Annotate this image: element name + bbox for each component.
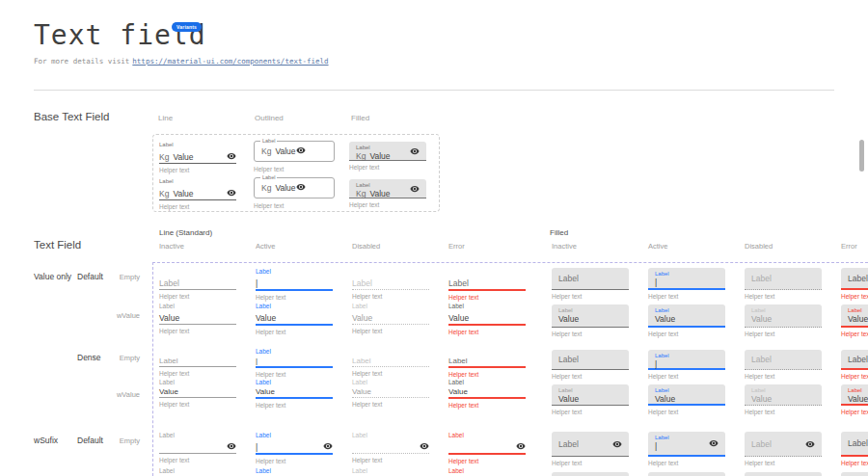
floating-label: Label	[256, 431, 333, 440]
text-field-filled-inactive-value[interactable]: LabelKgValueHelper text	[349, 179, 426, 208]
filled-input-box: Label	[841, 432, 868, 457]
text-field-outlined-base[interactable]: LabelKgValueHelper text	[254, 141, 335, 172]
text-field-line-inactive-value[interactable]: LabelKgValueHelper text	[159, 141, 236, 173]
text-field-line-disabled-empty[interactable]: LabelHelper text	[352, 267, 429, 300]
floating-label: Label	[159, 466, 236, 476]
floating-label: Label	[159, 141, 236, 150]
docs-link[interactable]: https://material-ui.com/components/text-…	[132, 57, 328, 66]
state-header-filled-active: Active	[648, 242, 667, 251]
eye-icon[interactable]	[227, 151, 236, 161]
eye-icon[interactable]	[227, 441, 236, 451]
filled-input-box: Label|	[648, 350, 725, 370]
helper-text: Helper text	[745, 293, 822, 300]
helper-text: Helper text	[352, 293, 429, 300]
text-field-filled-active-empty[interactable]: Label|Helper text	[648, 350, 725, 380]
text-field-filled-inactive-empty[interactable]: LabelHelper text	[552, 350, 629, 380]
text-field-line-disabled-empty[interactable]: LabelHelper text	[352, 431, 429, 463]
eye-icon[interactable]	[805, 439, 815, 449]
text-field-line-inactive-value[interactable]: LabelValueHelper text	[159, 379, 236, 408]
filled-input-box: Label	[552, 350, 629, 370]
text-field-filled-disabled-value[interactable]: LabelValueHelper text	[745, 472, 822, 476]
field-value: Value	[173, 189, 193, 198]
filled-input-box: Label|	[648, 268, 725, 290]
helper-text: Helper text	[254, 202, 335, 209]
text-field-filled-error-empty[interactable]: LabelHelper text	[841, 432, 868, 466]
text-field-line-active-empty[interactable]: Label|Helper text	[256, 267, 333, 301]
text-field-filled-error-value[interactable]: LabelValueHelper text	[841, 304, 868, 337]
text-field-filled-disabled-empty[interactable]: LabelHelper text	[745, 350, 822, 380]
text-field-line-active-empty[interactable]: Label|Helper text	[256, 348, 333, 378]
text-field-filled-inactive-value[interactable]: LabelValueHelper text	[552, 304, 629, 337]
floating-label: Label	[352, 379, 429, 386]
text-field-filled-inactive-value[interactable]: LabelValueHelper text	[552, 472, 629, 476]
text-field-filled-inactive-empty[interactable]: LabelHelper text	[552, 432, 629, 466]
text-field-outlined-base[interactable]: LabelKgValueHelper text	[254, 177, 335, 209]
text-field-line-error-value[interactable]: LabelValueHelper text	[448, 466, 526, 476]
text-field-filled-active-empty[interactable]: Label|Helper text	[648, 268, 725, 300]
text-field-line-inactive-empty[interactable]: LabelHelper text	[159, 431, 236, 463]
eye-icon[interactable]	[323, 441, 333, 451]
text-field-filled-inactive-value[interactable]: LabelKgValueHelper text	[349, 142, 426, 171]
text-field-filled-error-value[interactable]: LabelValueHelper text	[841, 384, 868, 415]
eye-icon[interactable]	[516, 441, 526, 451]
text-field-line-disabled-empty[interactable]: LabelHelper text	[352, 348, 429, 377]
text-field-filled-active-value[interactable]: LabelValueHelper text	[648, 304, 725, 337]
floating-label: Label	[448, 379, 526, 386]
text-field-filled-active-value[interactable]: LabelValueHelper text	[648, 384, 725, 415]
floating-label: Label	[655, 271, 719, 278]
text-field-line-inactive-empty[interactable]: LabelHelper text	[159, 348, 236, 377]
text-field-line-active-empty[interactable]: Label|Helper text	[256, 431, 333, 464]
text-field-line-inactive-value[interactable]: LabelValueHelper text	[159, 302, 236, 334]
text-field-line-disabled-value[interactable]: LabelValueHelper text	[352, 466, 429, 476]
text-field-line-disabled-value[interactable]: LabelValueHelper text	[352, 379, 429, 408]
vertical-scrollbar-thumb[interactable]	[859, 140, 864, 172]
filled-input-box: Label	[841, 350, 868, 370]
eye-icon[interactable]	[227, 188, 236, 198]
text-field-line-disabled-value[interactable]: LabelValueHelper text	[352, 302, 429, 334]
eye-icon[interactable]	[410, 184, 420, 194]
text-field-line-error-empty[interactable]: LabelHelper text	[448, 348, 526, 378]
filled-input-box: LabelKgValue	[349, 142, 426, 161]
eye-icon[interactable]	[410, 146, 420, 156]
text-field-filled-inactive-value[interactable]: LabelValueHelper text	[552, 384, 629, 415]
text-field-line-error-value[interactable]: LabelValueHelper text	[448, 379, 526, 409]
floating-label: Label	[558, 387, 622, 394]
text-field-line-active-value[interactable]: LabelValueHelper text	[256, 302, 333, 335]
eye-icon	[227, 188, 236, 198]
text-field-filled-inactive-empty[interactable]: LabelHelper text	[552, 268, 629, 300]
text-field-filled-disabled-empty[interactable]: LabelHelper text	[745, 432, 822, 466]
helper-text: Helper text	[552, 460, 629, 466]
eye-icon[interactable]	[709, 438, 719, 448]
field-value: Value	[159, 313, 179, 323]
text-field-filled-active-value[interactable]: LabelValueHelper text	[648, 472, 725, 476]
text-field-filled-error-value[interactable]: LabelValueHelper text	[841, 472, 868, 476]
eye-icon[interactable]	[612, 439, 622, 449]
text-field-filled-error-empty[interactable]: LabelHelper text	[841, 268, 868, 300]
eye-icon[interactable]	[296, 182, 306, 194]
text-field-line-error-empty[interactable]: LabelHelper text	[448, 267, 526, 301]
text-field-line-error-empty[interactable]: LabelHelper text	[448, 431, 526, 464]
matrix-frame-top-border	[152, 262, 868, 263]
divider	[34, 90, 834, 91]
matrix-section-heading: Text Field	[34, 239, 81, 251]
text-field-filled-error-empty[interactable]: LabelHelper text	[841, 350, 868, 380]
text-field-line-active-value[interactable]: LabelValueHelper text	[256, 466, 333, 476]
floating-label: Label	[352, 431, 429, 440]
prefix-text: Kg	[356, 189, 366, 198]
text-field-filled-active-empty[interactable]: Label|Helper text	[648, 432, 725, 466]
helper-text: Helper text	[448, 402, 526, 409]
eye-icon[interactable]	[296, 145, 306, 157]
text-field-filled-disabled-value[interactable]: LabelValueHelper text	[745, 304, 822, 337]
text-field-filled-disabled-value[interactable]: LabelValueHelper text	[745, 384, 822, 415]
helper-text: Helper text	[256, 371, 333, 378]
text-field-line-inactive-value[interactable]: LabelValueHelper text	[159, 466, 236, 476]
state-header-filled-error: Error	[841, 242, 857, 251]
floating-label: Label	[256, 466, 333, 476]
text-field-line-inactive-value[interactable]: LabelKgValueHelper text	[159, 177, 236, 210]
text-field-filled-disabled-empty[interactable]: LabelHelper text	[745, 268, 822, 300]
text-field-line-inactive-empty[interactable]: LabelHelper text	[159, 267, 236, 300]
field-label: Label	[751, 274, 815, 283]
text-field-line-active-value[interactable]: LabelValueHelper text	[256, 379, 333, 409]
text-field-line-error-value[interactable]: LabelValueHelper text	[448, 302, 526, 335]
eye-icon[interactable]	[420, 441, 429, 451]
